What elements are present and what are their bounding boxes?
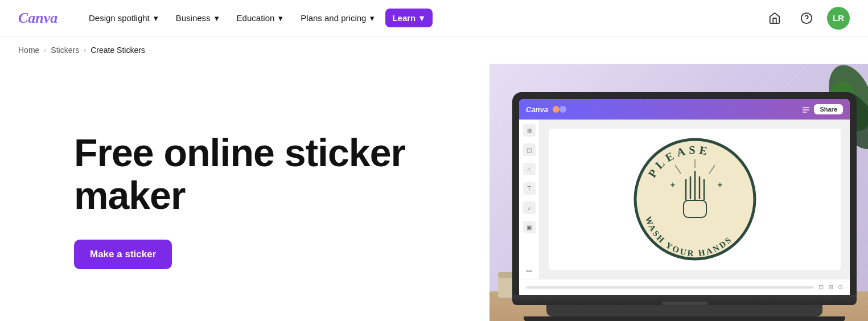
hero-section: Free online sticker maker Make a sticker bbox=[0, 64, 489, 321]
hero-title: Free online sticker maker bbox=[74, 131, 444, 217]
settings-icon: ⊙ bbox=[838, 283, 843, 291]
nav-menu: Design spotlight ▾ Business ▾ Education … bbox=[82, 9, 763, 27]
chevron-down-icon: ▾ bbox=[213, 14, 221, 22]
nav-item-design-spotlight[interactable]: Design spotlight ▾ bbox=[82, 9, 167, 27]
editor-footer: ⊡ ⊞ ⊙ bbox=[519, 279, 850, 295]
nav-label-business: Business bbox=[176, 13, 211, 23]
editor-body: ⊞ ◫ ⌂ T ♪ ▣ ••• bbox=[519, 120, 850, 279]
svg-point-8 bbox=[553, 106, 560, 113]
svg-text:✦: ✦ bbox=[669, 180, 676, 190]
home-button[interactable] bbox=[763, 7, 786, 30]
nav-item-education[interactable]: Education ▾ bbox=[230, 9, 292, 27]
svg-rect-12 bbox=[803, 112, 807, 113]
sidebar-music-icon: ♪ bbox=[523, 201, 536, 214]
sidebar-text-icon: T bbox=[523, 182, 536, 195]
chevron-down-icon: ▾ bbox=[277, 14, 285, 22]
nav-right-controls: LR bbox=[763, 7, 850, 30]
svg-rect-19 bbox=[684, 200, 706, 217]
editor-menu-icon bbox=[801, 105, 811, 114]
sidebar-photos-icon: ◫ bbox=[523, 143, 536, 156]
editor-header: Canva Share bbox=[519, 99, 850, 120]
editor-header-actions: Share bbox=[801, 104, 843, 114]
laptop-bottom bbox=[524, 316, 845, 321]
svg-rect-11 bbox=[803, 109, 809, 110]
canva-logo[interactable]: Canva bbox=[18, 9, 64, 27]
sticker-design: ✦ ✦ PLEASE bbox=[632, 137, 758, 262]
avatar-initials: LR bbox=[833, 13, 844, 23]
page-content: Free online sticker maker Make a sticker… bbox=[0, 64, 868, 321]
nav-label-design-spotlight: Design spotlight bbox=[89, 13, 150, 23]
breadcrumb-stickers[interactable]: Stickers bbox=[51, 46, 79, 55]
sidebar-more-icon: ••• bbox=[526, 268, 532, 274]
editor-canvas: ✦ ✦ PLEASE bbox=[540, 120, 850, 279]
laptop-base bbox=[512, 295, 857, 305]
chevron-down-icon: ▾ bbox=[418, 14, 426, 22]
editor-sidebar: ⊞ ◫ ⌂ T ♪ ▣ ••• bbox=[519, 120, 540, 279]
layout-icon: ⊞ bbox=[828, 283, 833, 291]
chevron-down-icon: ▾ bbox=[368, 14, 376, 22]
nav-label-learn: Learn bbox=[392, 13, 416, 23]
user-avatar[interactable]: LR bbox=[827, 7, 850, 30]
laptop-stand bbox=[546, 305, 822, 316]
share-button[interactable]: Share bbox=[814, 104, 843, 114]
svg-point-9 bbox=[560, 106, 566, 113]
laptop-outer-frame: Canva Share bbox=[512, 92, 857, 295]
footer-icons: ⊡ ⊞ ⊙ bbox=[818, 283, 843, 291]
svg-text:✦: ✦ bbox=[717, 180, 723, 190]
nav-label-plans-pricing: Plans and pricing bbox=[301, 13, 366, 23]
svg-text:Canva: Canva bbox=[18, 10, 57, 26]
breadcrumb-current-page: Create Stickers bbox=[90, 46, 145, 55]
laptop-screen: Canva Share bbox=[519, 99, 850, 295]
breadcrumb: Home › Stickers › Create Stickers bbox=[0, 36, 868, 64]
nav-item-learn[interactable]: Learn ▾ bbox=[385, 9, 433, 27]
editor-logo: Canva bbox=[526, 105, 548, 114]
sidebar-elements-icon: ⊞ bbox=[523, 124, 536, 137]
nav-label-education: Education bbox=[237, 13, 275, 23]
zoom-icon: ⊡ bbox=[818, 283, 824, 291]
nav-item-business[interactable]: Business ▾ bbox=[169, 9, 228, 27]
sidebar-home-icon: ⌂ bbox=[523, 163, 536, 175]
make-sticker-button[interactable]: Make a sticker bbox=[74, 240, 172, 269]
svg-rect-10 bbox=[803, 107, 809, 108]
laptop-mockup: Canva Share bbox=[512, 92, 857, 321]
help-button[interactable] bbox=[795, 7, 818, 30]
breadcrumb-separator-1: › bbox=[44, 46, 46, 54]
sidebar-video-icon: ▣ bbox=[523, 221, 536, 233]
breadcrumb-separator-2: › bbox=[84, 46, 86, 54]
hero-image-section: Canva Share bbox=[489, 64, 868, 321]
editor-user-icons bbox=[553, 106, 570, 113]
progress-bar bbox=[526, 286, 814, 289]
breadcrumb-home[interactable]: Home bbox=[18, 46, 39, 55]
chevron-down-icon: ▾ bbox=[152, 14, 160, 22]
navbar: Canva Design spotlight ▾ Business ▾ Educ… bbox=[0, 0, 868, 36]
nav-item-plans-pricing[interactable]: Plans and pricing ▾ bbox=[294, 9, 383, 27]
